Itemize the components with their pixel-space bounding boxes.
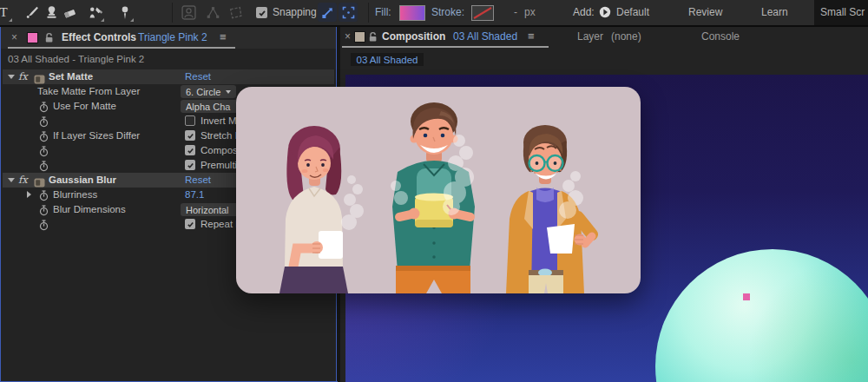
fill-label[interactable]: Fill: xyxy=(375,6,391,18)
tab-effect-controls[interactable]: Effect Controls xyxy=(62,31,136,43)
close-panel-icon[interactable]: × xyxy=(11,31,17,43)
three-people-illustration xyxy=(236,87,641,293)
dropdown-value: 6. Circle xyxy=(186,87,220,97)
reset-link[interactable]: Reset xyxy=(185,175,211,185)
invert-matte-checkbox[interactable] xyxy=(185,115,195,126)
effect-controls-tab-bar: × Effect Controls Triangle Pink 2 ≡ xyxy=(1,27,336,49)
figure-woman xyxy=(279,126,364,293)
vertex-tool-disabled xyxy=(204,3,221,22)
puppet-pin-icon xyxy=(118,5,132,20)
brush-icon xyxy=(24,5,39,20)
workspace-default[interactable]: Default xyxy=(616,6,649,18)
layer-tab-target: (none) xyxy=(611,30,641,43)
comp-color-swatch xyxy=(354,31,365,43)
premultiply-matte-checkbox[interactable] xyxy=(185,160,195,170)
comp-mini-tab[interactable]: 03 All Shaded xyxy=(351,53,424,66)
roto-brush-icon xyxy=(88,5,103,20)
check-icon xyxy=(187,132,194,140)
snap-bounding-box-button[interactable] xyxy=(339,3,358,22)
toolbar-separator xyxy=(368,3,369,23)
property-label: Take Matte From Layer xyxy=(37,86,140,96)
panel-menu-icon[interactable]: ≡ xyxy=(528,30,535,43)
add-flyout-icon[interactable] xyxy=(599,6,611,22)
composition-comp-name[interactable]: 03 All Shaded xyxy=(453,30,517,43)
layer-anchor-handle[interactable] xyxy=(743,293,750,300)
composite-matte-checkbox[interactable] xyxy=(185,145,195,155)
chevron-down-icon[interactable] xyxy=(8,178,15,182)
stamp-icon xyxy=(44,5,59,20)
after-effects-window: T Snapping xyxy=(0,0,868,382)
stopwatch-icon[interactable] xyxy=(39,219,49,234)
panel-menu-icon[interactable]: ≡ xyxy=(220,30,227,43)
check-icon xyxy=(187,221,194,228)
eraser-tool[interactable] xyxy=(61,3,78,22)
layer-color-swatch xyxy=(27,32,38,43)
dropdown-value: Alpha Cha xyxy=(186,102,230,112)
mask-feather-tool-disabled xyxy=(180,3,197,22)
fx-badge: fx xyxy=(18,174,28,186)
stroke-unit: px xyxy=(524,6,536,18)
eraser-icon xyxy=(62,5,77,20)
effect-header-set-matte[interactable]: fx Set Matte Reset xyxy=(1,69,336,84)
free-transform-tool-disabled xyxy=(227,3,244,22)
chevron-down-icon[interactable] xyxy=(8,75,15,79)
stroke-label[interactable]: Stroke: xyxy=(431,6,464,18)
active-tab-underline xyxy=(342,46,549,48)
tab-layer[interactable]: Layer xyxy=(577,30,603,43)
reset-link[interactable]: Reset xyxy=(185,71,211,82)
stroke-width-value[interactable]: - xyxy=(514,6,517,18)
snapping-checkbox[interactable] xyxy=(256,7,267,18)
effect-controls-layer-name[interactable]: Triangle Pink 2 xyxy=(138,31,207,43)
check-icon xyxy=(187,161,194,169)
active-tab-underline xyxy=(8,47,235,49)
fill-swatch[interactable] xyxy=(399,5,425,21)
checkbox-label: Invert M xyxy=(201,115,237,126)
checkbox-label: Composi xyxy=(201,145,240,155)
chevron-down-icon xyxy=(226,90,231,94)
figure-person-glasses xyxy=(506,125,592,293)
lock-icon[interactable] xyxy=(368,30,378,46)
toolbar-separator xyxy=(172,3,173,23)
close-panel-icon[interactable]: × xyxy=(345,30,351,43)
chevron-right-icon[interactable] xyxy=(27,191,31,198)
property-label: If Layer Sizes Differ xyxy=(53,130,140,141)
steam xyxy=(341,175,364,230)
effect-controls-subtitle: 03 All Shaded - Triangle Pink 2 xyxy=(8,54,144,64)
top-toolbar: T Snapping xyxy=(0,0,868,27)
figure-man xyxy=(391,102,475,293)
stroke-swatch[interactable] xyxy=(471,5,494,21)
puppet-pin-tool[interactable] xyxy=(116,3,134,22)
type-tool-icon: T xyxy=(0,5,8,20)
sphere-layer[interactable] xyxy=(655,249,868,382)
blurriness-value[interactable]: 87.1 xyxy=(185,189,204,200)
add-label: Add: xyxy=(573,6,595,18)
tab-composition[interactable]: Composition xyxy=(382,30,445,43)
workspace-review[interactable]: Review xyxy=(688,6,722,18)
snap-along-edges-button[interactable] xyxy=(318,3,337,22)
type-tool[interactable]: T xyxy=(0,3,12,22)
stretch-matte-checkbox[interactable] xyxy=(185,130,195,141)
checkbox-label: Premulti xyxy=(201,160,237,170)
roto-brush-tool[interactable] xyxy=(87,3,104,22)
illustration-card xyxy=(236,87,641,293)
lock-icon[interactable] xyxy=(44,31,54,47)
check-icon xyxy=(258,9,266,17)
snap-arrow-icon xyxy=(321,6,334,19)
brush-tool[interactable] xyxy=(23,3,40,22)
tab-console[interactable]: Console xyxy=(701,30,740,43)
bounding-box-icon xyxy=(342,6,355,19)
property-label: Blurriness xyxy=(53,189,97,200)
workspace-small-screen[interactable]: Small Scr xyxy=(820,6,865,18)
effect-name[interactable]: Gaussian Blur xyxy=(49,175,116,185)
fx-badge: fx xyxy=(18,70,28,82)
clone-stamp-tool[interactable] xyxy=(43,3,60,22)
dropdown-value: Horizontal xyxy=(186,205,229,215)
repeat-edge-checkbox[interactable] xyxy=(185,219,195,229)
check-icon xyxy=(187,147,194,155)
take-matte-dropdown[interactable]: 6. Circle xyxy=(181,85,236,98)
effect-name[interactable]: Set Matte xyxy=(49,71,93,82)
comp-mini-tab-label: 03 All Shaded xyxy=(357,55,418,65)
workspace-learn[interactable]: Learn xyxy=(761,6,788,18)
property-label: Blur Dimensions xyxy=(53,204,126,214)
no-stroke-icon xyxy=(472,6,493,20)
